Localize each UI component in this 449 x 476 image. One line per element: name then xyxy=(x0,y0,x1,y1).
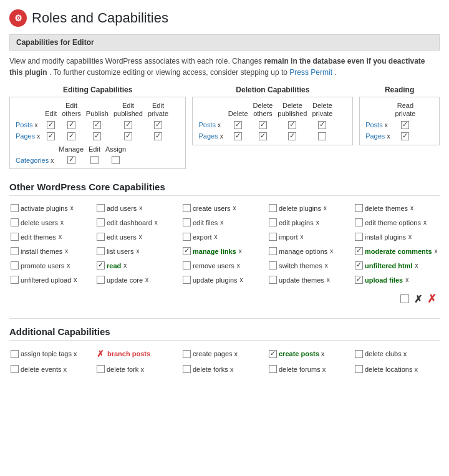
delete-plugins-check[interactable] xyxy=(269,204,277,212)
action-row: ✗ ✗ xyxy=(9,292,440,306)
manage-options-check[interactable] xyxy=(269,247,277,255)
other-caps-grid: activate plugins x add users x create us… xyxy=(9,202,440,286)
action-checkbox[interactable] xyxy=(400,294,409,303)
list-users-check[interactable] xyxy=(97,247,105,255)
cancel-button[interactable]: ✗ xyxy=(414,293,422,305)
update-themes-check[interactable] xyxy=(269,276,277,284)
posts-edit-private-check[interactable] xyxy=(154,121,162,129)
add-cap-delete-clubs: delete clubs x xyxy=(354,347,440,361)
pages-edit-check[interactable] xyxy=(47,132,55,140)
moderate-comments-check[interactable] xyxy=(355,247,363,255)
update-plugins-check[interactable] xyxy=(183,276,191,284)
del-pages-others-check[interactable] xyxy=(259,132,267,140)
delete-locations-check[interactable] xyxy=(355,365,363,373)
activate-plugins-check[interactable] xyxy=(11,204,19,212)
delete-forums-check[interactable] xyxy=(269,365,277,373)
del-col-published: Deletepublished xyxy=(275,100,309,119)
del-pages-delete-check[interactable] xyxy=(234,132,242,140)
del-posts-published-check[interactable] xyxy=(288,121,296,129)
cap-item-update-plugins: update plugins x xyxy=(181,274,268,286)
pages-edit-others-check[interactable] xyxy=(67,132,75,140)
del-posts-private-check[interactable] xyxy=(318,121,326,129)
pages-publish-check[interactable] xyxy=(93,132,101,140)
remove-users-check[interactable] xyxy=(183,261,191,270)
delete-forks-check[interactable] xyxy=(183,365,191,373)
del-col-private: Deleteprivate xyxy=(309,100,335,119)
edit-files-check[interactable] xyxy=(183,218,191,226)
create-pages-check[interactable] xyxy=(183,350,191,358)
add-cap-delete-forums: delete forums x xyxy=(268,363,354,375)
cap-item-delete-users: delete users x xyxy=(9,216,95,228)
reading-cap-section: Reading Readprivate Posts x xyxy=(359,85,440,169)
cat-edit-check[interactable] xyxy=(90,156,99,164)
delete-clubs-check[interactable] xyxy=(355,350,363,358)
description: View and modify capabilities WordPress a… xyxy=(9,56,440,78)
create-posts-check[interactable] xyxy=(269,350,277,358)
pages-edit-published-check[interactable] xyxy=(124,132,132,140)
cap-item-edit-dashboard: edit dashboard x xyxy=(95,216,181,228)
table-row: Posts x xyxy=(196,119,335,130)
col-manage: Manage xyxy=(56,144,86,155)
col-empty xyxy=(13,100,42,119)
del-pages-private-check[interactable] xyxy=(318,132,326,140)
install-themes-check[interactable] xyxy=(11,247,19,255)
delete-button[interactable]: ✗ xyxy=(427,292,437,306)
promote-users-check[interactable] xyxy=(11,261,19,270)
categories-table: Manage Edit Assign Categories x xyxy=(13,144,128,166)
del-posts-others-check[interactable] xyxy=(259,121,267,129)
posts-publish-check[interactable] xyxy=(93,121,101,129)
update-core-check[interactable] xyxy=(97,276,105,284)
cap-item-install-plugins: install plugins x xyxy=(354,231,440,243)
add-cap-delete-locations: delete locations x xyxy=(354,363,440,375)
page-title-section: ⚙ Roles and Capabilities xyxy=(9,6,440,27)
create-users-check[interactable] xyxy=(183,204,191,212)
install-plugins-check[interactable] xyxy=(355,233,363,241)
delete-users-check[interactable] xyxy=(11,218,19,226)
edit-themes-check[interactable] xyxy=(11,233,19,241)
import-check[interactable] xyxy=(269,233,277,241)
assign-topic-tags-check[interactable] xyxy=(11,350,19,358)
delete-events-check[interactable] xyxy=(11,365,19,373)
deletion-cap-table-wrap: Delete Deleteothers Deletepublished Dele… xyxy=(192,97,353,145)
edit-users-check[interactable] xyxy=(97,233,105,241)
col-edit-published: Editpublished xyxy=(111,100,145,119)
cat-manage-check[interactable] xyxy=(67,156,75,164)
add-cap-delete-fork: delete fork x xyxy=(95,363,181,375)
desc-part3: . xyxy=(334,68,336,77)
posts-edit-others-check[interactable] xyxy=(67,121,75,129)
del-posts-delete-check[interactable] xyxy=(234,121,242,129)
reading-cap-table: Readprivate Posts x Pages x xyxy=(363,100,418,142)
read-col-private: Readprivate xyxy=(392,100,418,119)
add-users-check[interactable] xyxy=(97,204,105,212)
manage-links-check[interactable] xyxy=(183,247,191,255)
pages-edit-private-check[interactable] xyxy=(154,132,162,140)
unfiltered-html-check[interactable] xyxy=(355,261,363,270)
press-permit-link[interactable]: Press Permit xyxy=(289,68,332,77)
edit-dashboard-check[interactable] xyxy=(97,218,105,226)
switch-themes-check[interactable] xyxy=(269,261,277,270)
cap-item-unfiltered-html: unfiltered html x xyxy=(354,260,440,271)
table-row: Pages x xyxy=(196,130,335,142)
del-col-delete: Delete xyxy=(226,100,251,119)
add-cap-branch-posts: ✗ branch posts xyxy=(95,347,181,361)
export-check[interactable] xyxy=(183,233,191,241)
delete-fork-check[interactable] xyxy=(97,365,105,373)
edit-plugins-check[interactable] xyxy=(269,218,277,226)
cat-assign-check[interactable] xyxy=(112,156,120,164)
edit-theme-options-check[interactable] xyxy=(355,218,363,226)
unfiltered-upload-check[interactable] xyxy=(11,276,19,284)
cap-item-install-themes: install themes x xyxy=(9,245,95,257)
read-pages-check[interactable] xyxy=(401,132,409,140)
read-posts-check[interactable] xyxy=(401,121,409,129)
col-edit-cat: Edit xyxy=(86,144,103,155)
upload-files-check[interactable] xyxy=(355,276,363,284)
cap-item-promote-users: promote users x xyxy=(9,260,95,271)
read-check[interactable] xyxy=(97,261,105,270)
posts-edit-check[interactable] xyxy=(47,121,55,129)
cap-item-edit-files: edit files x xyxy=(181,216,268,228)
cap-item-delete-themes: delete themes x xyxy=(354,202,440,214)
editing-cap-table-wrap: Edit Editothers Publish Editpublished Ed… xyxy=(9,97,186,169)
posts-edit-published-check[interactable] xyxy=(124,121,132,129)
del-pages-published-check[interactable] xyxy=(288,132,296,140)
delete-themes-check[interactable] xyxy=(355,204,363,212)
